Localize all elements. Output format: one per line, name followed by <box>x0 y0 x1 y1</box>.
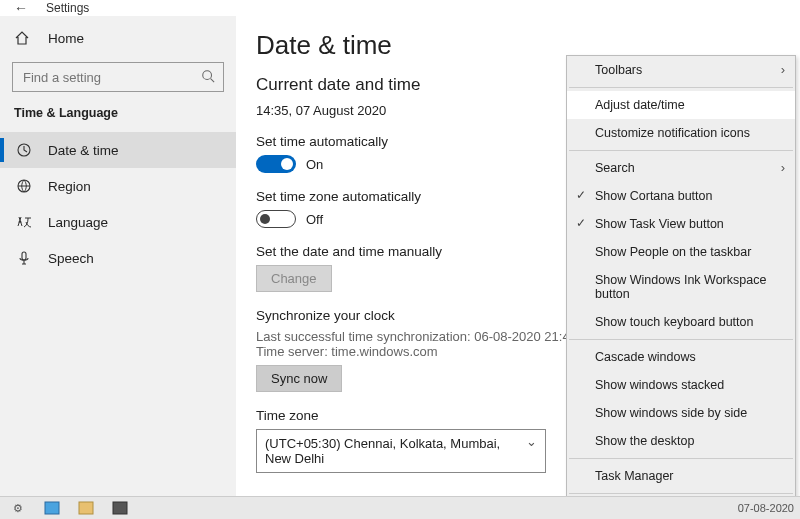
search-icon <box>201 69 215 86</box>
nav-item-label: Speech <box>48 251 94 266</box>
language-icon <box>14 214 34 230</box>
nav-date-time[interactable]: Date & time <box>0 132 236 168</box>
menu-adjust-datetime[interactable]: Adjust date/time <box>567 91 795 119</box>
taskbar-clock[interactable]: 07-08-2020 <box>738 502 794 514</box>
nav-region[interactable]: Region <box>0 168 236 204</box>
mic-icon <box>14 250 34 266</box>
nav-item-label: Language <box>48 215 108 230</box>
taskbar-context-menu: Toolbars Adjust date/time Customize noti… <box>566 55 796 519</box>
menu-show-desktop[interactable]: Show the desktop <box>567 427 795 455</box>
nav-speech[interactable]: Speech <box>0 240 236 276</box>
window-title: Settings <box>46 1 89 15</box>
toggle-track <box>256 155 296 173</box>
taskbar-app-icon[interactable] <box>108 499 132 517</box>
auto-tz-state: Off <box>306 212 323 227</box>
sidebar-group-title: Time & Language <box>0 102 236 132</box>
menu-task-manager[interactable]: Task Manager <box>567 462 795 490</box>
toggle-track <box>256 210 296 228</box>
back-button[interactable]: ← <box>14 0 28 16</box>
search-box[interactable] <box>12 62 224 92</box>
menu-show-cortana[interactable]: Show Cortana button <box>567 182 795 210</box>
clock-icon <box>14 142 34 158</box>
svg-rect-6 <box>79 502 93 514</box>
menu-show-taskview[interactable]: Show Task View button <box>567 210 795 238</box>
menu-cascade[interactable]: Cascade windows <box>567 343 795 371</box>
auto-time-state: On <box>306 157 323 172</box>
search-input[interactable] <box>21 69 201 86</box>
menu-show-people[interactable]: Show People on the taskbar <box>567 238 795 266</box>
svg-rect-4 <box>22 252 26 260</box>
menu-stacked[interactable]: Show windows stacked <box>567 371 795 399</box>
taskbar: ⚙ 07-08-2020 <box>0 496 800 519</box>
menu-toolbars[interactable]: Toolbars <box>567 56 795 84</box>
menu-sidebyside[interactable]: Show windows side by side <box>567 399 795 427</box>
menu-show-ink[interactable]: Show Windows Ink Workspace button <box>567 266 795 308</box>
menu-search[interactable]: Search <box>567 154 795 182</box>
svg-rect-7 <box>113 502 127 514</box>
globe-icon <box>14 178 34 194</box>
nav-language[interactable]: Language <box>0 204 236 240</box>
tz-dropdown[interactable]: (UTC+05:30) Chennai, Kolkata, Mumbai, Ne… <box>256 429 546 473</box>
sync-now-button[interactable]: Sync now <box>256 365 342 392</box>
change-button: Change <box>256 265 332 292</box>
menu-customize-icons[interactable]: Customize notification icons <box>567 119 795 147</box>
nav-item-label: Region <box>48 179 91 194</box>
taskbar-app-icon[interactable] <box>74 499 98 517</box>
nav-home[interactable]: Home <box>0 20 236 56</box>
nav-item-label: Date & time <box>48 143 119 158</box>
menu-show-touchkb[interactable]: Show touch keyboard button <box>567 308 795 336</box>
tz-value: (UTC+05:30) Chennai, Kolkata, Mumbai, Ne… <box>265 436 500 466</box>
taskbar-app-icon[interactable] <box>40 499 64 517</box>
home-icon <box>14 30 34 46</box>
svg-point-0 <box>203 70 212 79</box>
taskbar-settings-icon[interactable]: ⚙ <box>6 499 30 517</box>
titlebar: ← Settings <box>0 0 800 16</box>
nav-home-label: Home <box>48 31 84 46</box>
svg-rect-5 <box>45 502 59 514</box>
sidebar: Home Time & Language Date & time Region <box>0 16 236 503</box>
svg-line-1 <box>211 78 215 82</box>
